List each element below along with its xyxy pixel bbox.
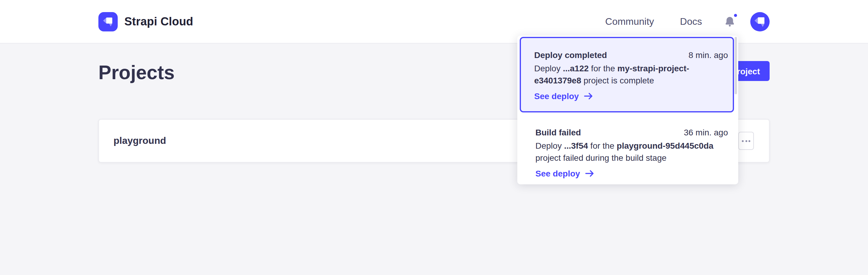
arrow-right-icon: [585, 169, 595, 178]
notification-head: Build failed 36 min. ago: [535, 126, 728, 138]
notification-time: 8 min. ago: [688, 49, 728, 61]
see-deploy-link[interactable]: See deploy: [535, 167, 595, 180]
notification-card[interactable]: Deploy completed 8 min. ago Deploy ...a1…: [520, 37, 734, 112]
notification-body: Deploy ...3f54 for the playground-95d445…: [535, 140, 728, 164]
notifications-popover: Deploy completed 8 min. ago Deploy ...a1…: [517, 36, 738, 184]
notification-title: Build failed: [535, 126, 581, 138]
project-name: playground: [114, 135, 166, 146]
nav-link-docs[interactable]: Docs: [680, 16, 702, 27]
brand-home-link[interactable]: Strapi Cloud: [98, 12, 193, 31]
see-deploy-label: See deploy: [535, 167, 580, 180]
notifications-button[interactable]: [725, 16, 735, 27]
notification-body: Deploy ...a122 for the my-strapi-project…: [534, 62, 728, 86]
see-deploy-link[interactable]: See deploy: [534, 90, 593, 102]
header-nav: Community Docs: [605, 12, 770, 31]
bell-icon: [725, 16, 735, 27]
app-root: Strapi Cloud Community Docs: [0, 0, 868, 275]
notification-dot: [734, 14, 737, 17]
project-more-button[interactable]: [738, 132, 754, 150]
notification-card[interactable]: Build failed 36 min. ago Deploy ...3f54 …: [520, 113, 734, 184]
notification-time: 36 min. ago: [684, 126, 728, 138]
arrow-right-icon: [584, 91, 593, 101]
nav-link-community[interactable]: Community: [605, 16, 654, 27]
notification-head: Deploy completed 8 min. ago: [534, 49, 728, 61]
see-deploy-label: See deploy: [534, 90, 579, 102]
strapi-logo-icon: [98, 12, 118, 31]
notification-list: Deploy completed 8 min. ago Deploy ...a1…: [517, 37, 738, 184]
notification-title: Deploy completed: [534, 49, 607, 61]
ellipsis-icon: [742, 140, 750, 142]
scrollbar-thumb[interactable]: [735, 37, 737, 94]
user-avatar[interactable]: [750, 12, 770, 31]
brand-name: Strapi Cloud: [124, 15, 193, 28]
strapi-avatar-icon: [750, 12, 770, 31]
